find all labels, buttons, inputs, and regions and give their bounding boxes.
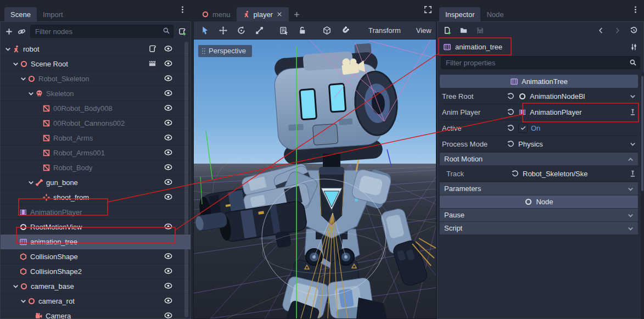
close-icon[interactable] — [276, 11, 283, 18]
section-script[interactable]: Script — [440, 222, 638, 234]
tab-scene-menu[interactable]: menu — [195, 7, 237, 21]
snap-tool-icon[interactable] — [340, 26, 350, 35]
property-value[interactable]: AnimationPlayer — [530, 108, 582, 116]
tree-row-camera[interactable]: Camera — [1, 309, 191, 318]
save-resource-icon[interactable] — [476, 26, 484, 35]
visibility-eye-icon[interactable] — [164, 311, 173, 318]
filter-nodes-input[interactable] — [30, 25, 173, 38]
chev-down-icon[interactable] — [629, 140, 637, 148]
tree-row-robot-skeleton[interactable]: Robot_Skeleton — [1, 71, 191, 86]
revert-icon[interactable] — [507, 140, 515, 148]
revert-icon[interactable] — [507, 92, 515, 100]
list-select-tool-icon[interactable] — [279, 26, 289, 35]
inspector-panel-menu-icon[interactable] — [631, 5, 640, 14]
tab-import[interactable]: Import — [37, 7, 69, 21]
visibility-eye-icon[interactable] — [164, 163, 173, 171]
property-value[interactable]: On — [531, 124, 540, 132]
visibility-eye-icon[interactable] — [164, 44, 173, 53]
tree-row-gun-bone[interactable]: gun_bone — [1, 175, 191, 190]
history-back-icon[interactable] — [597, 26, 605, 35]
property-value[interactable]: Physics — [518, 140, 543, 148]
add-node-icon[interactable] — [5, 27, 13, 36]
expand-arrow-icon[interactable] — [19, 75, 27, 83]
tree-row-00robot-cannons002[interactable]: 00Robot_Cannons002 — [1, 116, 191, 131]
scale-tool-icon[interactable] — [255, 26, 264, 35]
inspector-scrollbar[interactable] — [641, 72, 644, 319]
tree-row-robot-arms001[interactable]: Robot_Arms001 — [1, 145, 191, 160]
rotate-tool-icon[interactable] — [237, 26, 246, 35]
section-pause[interactable]: Pause — [440, 209, 638, 221]
pin-icon[interactable] — [629, 170, 637, 178]
scene-panel-menu-icon[interactable] — [178, 5, 187, 14]
tree-row-collisionshape[interactable]: CollisionShape — [1, 249, 191, 264]
property-value[interactable]: Robot_Skeleton/Ske — [523, 170, 588, 178]
section-root-motion[interactable]: Root Motion — [440, 153, 638, 165]
menu-transform[interactable]: Transform — [362, 26, 407, 35]
visibility-eye-icon[interactable] — [164, 59, 173, 68]
tab-inspector[interactable]: Inspector — [439, 7, 480, 21]
expand-viewport-icon[interactable] — [424, 5, 432, 14]
script-icon[interactable] — [148, 44, 156, 53]
history-forward-icon[interactable] — [613, 26, 621, 35]
visibility-eye-icon[interactable] — [164, 282, 173, 290]
move-tool-icon[interactable] — [219, 26, 228, 35]
group-tool-icon[interactable] — [322, 26, 332, 35]
visibility-eye-icon[interactable] — [164, 104, 173, 112]
new-resource-icon[interactable] — [443, 26, 451, 35]
load-resource-icon[interactable] — [460, 26, 468, 35]
perspective-menu-button[interactable]: Perspective — [198, 45, 252, 57]
tree-row-robot-arms[interactable]: Robot_Arms — [1, 131, 191, 145]
tree-row-skeleton[interactable]: Skeleton — [1, 86, 191, 101]
visibility-eye-icon[interactable] — [164, 178, 173, 186]
property-value[interactable]: AnimationNodeBl — [530, 92, 585, 100]
menu-view[interactable]: View — [410, 26, 438, 35]
expand-arrow-icon[interactable] — [12, 282, 20, 290]
visibility-eye-icon[interactable] — [164, 133, 173, 142]
tree-row-scene-root[interactable]: Scene Root — [1, 57, 191, 71]
expand-arrow-icon[interactable] — [27, 89, 35, 98]
select-tool-icon[interactable] — [200, 26, 210, 35]
tree-row-shoot-from[interactable]: shoot_from — [1, 190, 191, 205]
visibility-eye-icon[interactable] — [164, 252, 173, 260]
tree-row-robot-body[interactable]: Robot_Body — [1, 160, 191, 175]
visibility-eye-icon[interactable] — [164, 89, 173, 97]
visibility-eye-icon[interactable] — [164, 193, 173, 201]
tree-row-animation-tree[interactable]: animation_tree — [1, 234, 191, 249]
tab-node[interactable]: Node — [480, 7, 509, 21]
visibility-eye-icon[interactable] — [164, 222, 173, 231]
expand-arrow-icon[interactable] — [19, 297, 27, 305]
revert-icon[interactable] — [507, 108, 515, 116]
tab-scene-player[interactable]: player — [237, 7, 289, 21]
tree-row-rootmotionview[interactable]: RootMotionView — [1, 220, 191, 234]
expand-arrow-icon[interactable] — [4, 45, 12, 53]
attach-script-icon[interactable] — [178, 27, 186, 36]
chev-down-icon[interactable] — [629, 92, 637, 100]
object-tools-icon[interactable] — [630, 43, 638, 51]
expand-arrow-icon[interactable] — [12, 60, 20, 68]
3d-viewport[interactable]: Perspective — [193, 40, 436, 319]
tree-row-collisionshape2[interactable]: CollisionShape2 — [1, 264, 191, 279]
revert-icon[interactable] — [511, 170, 519, 178]
checkbox-active[interactable] — [518, 124, 528, 133]
new-scene-tab-button[interactable] — [289, 7, 305, 21]
tree-row-robot[interactable]: robot — [1, 42, 191, 57]
expand-arrow-icon[interactable] — [27, 178, 35, 187]
tree-row-camera-base[interactable]: camera_base — [1, 279, 191, 294]
history-icon[interactable] — [630, 26, 638, 35]
tree-row-00robot-body008[interactable]: 00Robot_Body008 — [1, 101, 191, 116]
section-parameters[interactable]: Parameters — [440, 182, 638, 195]
visibility-eye-icon[interactable] — [164, 267, 173, 275]
pin-icon[interactable] — [629, 108, 637, 116]
filter-properties-input[interactable] — [441, 56, 640, 69]
tree-row-camera-rot[interactable]: camera_rot — [1, 294, 191, 309]
tab-scene[interactable]: Scene — [4, 7, 37, 21]
tree-row-animationplayer[interactable]: AnimationPlayer — [1, 205, 191, 220]
visibility-eye-icon[interactable] — [164, 296, 173, 305]
visibility-eye-icon[interactable] — [164, 119, 173, 127]
slate-icon[interactable] — [148, 59, 156, 68]
lock-tool-icon[interactable] — [298, 26, 307, 35]
visibility-eye-icon[interactable] — [164, 148, 173, 156]
instance-scene-icon[interactable] — [18, 27, 26, 36]
revert-icon[interactable] — [507, 124, 515, 132]
visibility-eye-icon[interactable] — [164, 74, 173, 82]
